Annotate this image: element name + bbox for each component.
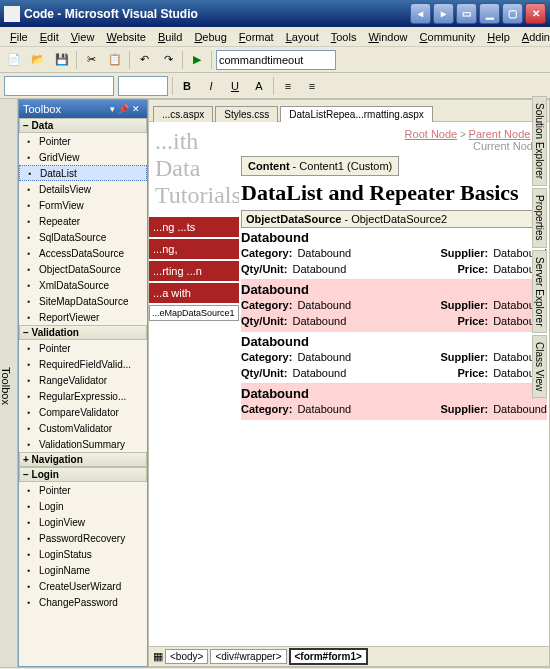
toolbox-item[interactable]: ▪SiteMapDataSource (19, 293, 147, 309)
align-left-icon[interactable]: ≡ (278, 76, 298, 96)
toolbox-item[interactable]: ▪AccessDataSource (19, 245, 147, 261)
copy-icon[interactable]: 📋 (105, 50, 125, 70)
datalist-row[interactable]: DataboundCategory: DataboundSupplier: Da… (241, 384, 547, 420)
document-tab[interactable]: ...cs.aspx (153, 106, 213, 122)
color-icon[interactable]: A (249, 76, 269, 96)
tag-path-item[interactable]: <div#wrapper> (210, 649, 286, 664)
quicklaunch-combo[interactable]: commandtimeout (216, 50, 336, 70)
toolbox-item[interactable]: ▪LoginName (19, 562, 147, 578)
toolbox-item[interactable]: ▪ValidationSummary (19, 436, 147, 452)
toolbox-item[interactable]: ▪CompareValidator (19, 404, 147, 420)
maximize-button[interactable]: ▢ (502, 3, 523, 24)
toolbox-item[interactable]: ▪ObjectDataSource (19, 261, 147, 277)
menu-addins[interactable]: Addins (516, 29, 550, 45)
menu-edit[interactable]: Edit (34, 29, 65, 45)
toolbox-item[interactable]: ▪FormView (19, 197, 147, 213)
toolbox-item[interactable]: ▪Pointer (19, 133, 147, 149)
menu-website[interactable]: Website (100, 29, 152, 45)
close-button[interactable]: ✕ (525, 3, 546, 24)
toolbox-item[interactable]: ▪DataList (19, 165, 147, 181)
cut-icon[interactable]: ✂ (81, 50, 101, 70)
datalist-row[interactable]: DataboundCategory: DataboundSupplier: Da… (241, 228, 547, 280)
win-btn-2[interactable]: ▸ (433, 3, 454, 24)
dropdown-icon[interactable]: ▾ (110, 104, 115, 114)
open-icon[interactable]: 📂 (28, 50, 48, 70)
side-tab[interactable]: Class View (532, 335, 547, 398)
design-canvas[interactable]: ...ith Data Tutorials ...ng ...ts ...ng,… (149, 122, 549, 646)
redo-icon[interactable]: ↷ (158, 50, 178, 70)
menu-window[interactable]: Window (362, 29, 413, 45)
toolbox-header: Toolbox ▾ 📌 ✕ (19, 100, 147, 118)
menu-tools[interactable]: Tools (325, 29, 363, 45)
toolbox-item[interactable]: ▪DetailsView (19, 181, 147, 197)
document-tab[interactable]: DataListRepea...rmatting.aspx (280, 106, 433, 122)
win-btn-1[interactable]: ◂ (410, 3, 431, 24)
menu-debug[interactable]: Debug (188, 29, 232, 45)
toolbox-item[interactable]: ▪CreateUserWizard (19, 578, 147, 594)
toolbox-item[interactable]: ▪ChangePassword (19, 594, 147, 610)
menu-view[interactable]: View (65, 29, 101, 45)
toolbox-autohide-tab[interactable]: Toolbox (0, 99, 18, 667)
toolbox-item[interactable]: ▪Pointer (19, 482, 147, 498)
control-icon: ▪ (22, 390, 36, 402)
control-icon: ▪ (22, 247, 36, 259)
toolbox-item[interactable]: ▪XmlDataSource (19, 277, 147, 293)
run-icon[interactable]: ▶ (187, 50, 207, 70)
control-icon: ▪ (22, 151, 36, 163)
datalist-row[interactable]: DataboundCategory: DataboundSupplier: Da… (241, 332, 547, 384)
menu-build[interactable]: Build (152, 29, 188, 45)
sitemap-ctrl[interactable]: ...eMapDataSource1 (149, 305, 239, 321)
menu-layout[interactable]: Layout (280, 29, 325, 45)
minimize-button[interactable]: ▁ (479, 3, 500, 24)
toolbox-item[interactable]: ▪GridView (19, 149, 147, 165)
side-tab[interactable]: Solution Explorer (532, 96, 547, 186)
toolbox-item[interactable]: ▪Pointer (19, 340, 147, 356)
underline-icon[interactable]: U (225, 76, 245, 96)
content-tag[interactable]: Content - Content1 (Custom) (241, 156, 399, 176)
new-icon[interactable]: 📄 (4, 50, 24, 70)
toolbox-category-login[interactable]: − Login (19, 467, 147, 482)
side-tab[interactable]: Server Explorer (532, 250, 547, 333)
toolbox-category-navigation[interactable]: + Navigation (19, 452, 147, 467)
win-btn-3[interactable]: ▭ (456, 3, 477, 24)
undo-icon[interactable]: ↶ (134, 50, 154, 70)
align-center-icon[interactable]: ≡ (302, 76, 322, 96)
bold-icon[interactable]: B (177, 76, 197, 96)
toolbox-category-validation[interactable]: − Validation (19, 325, 147, 340)
toolbox-item[interactable]: ▪RequiredFieldValid... (19, 356, 147, 372)
control-icon: ▪ (22, 484, 36, 496)
toolbox-item[interactable]: ▪ReportViewer (19, 309, 147, 325)
toolbox-item[interactable]: ▪Repeater (19, 213, 147, 229)
side-tab[interactable]: Properties (532, 188, 547, 248)
document-tab[interactable]: Styles.css (215, 106, 278, 122)
toolbox-item[interactable]: ▪Login (19, 498, 147, 514)
toolbox-item[interactable]: ▪LoginStatus (19, 546, 147, 562)
toolbox-item[interactable]: ▪CustomValidator (19, 420, 147, 436)
tag-path-item[interactable]: <form#form1> (289, 648, 368, 665)
datalist-row[interactable]: DataboundCategory: DataboundSupplier: Da… (241, 280, 547, 332)
tag-path-item[interactable]: <body> (165, 649, 208, 664)
breadcrumb-root[interactable]: Root Node (405, 128, 458, 140)
menu-community[interactable]: Community (414, 29, 482, 45)
toolbox-item[interactable]: ▪LoginView (19, 514, 147, 530)
breadcrumb-parent[interactable]: Parent Node (469, 128, 531, 140)
menu-help[interactable]: Help (481, 29, 516, 45)
italic-icon[interactable]: I (201, 76, 221, 96)
toolbox-item[interactable]: ▪PasswordRecovery (19, 530, 147, 546)
control-icon: ▪ (23, 167, 37, 179)
toolbox-item[interactable]: ▪RangeValidator (19, 372, 147, 388)
objectdatasource-tag[interactable]: ObjectDataSource - ObjectDataSource2 (241, 210, 547, 228)
toolbox-item[interactable]: ▪RegularExpressio... (19, 388, 147, 404)
design-view-icon[interactable]: ▦ (153, 650, 163, 663)
menu-file[interactable]: File (4, 29, 34, 45)
sidebar-block: ...ng ...ts (149, 217, 239, 237)
menu-format[interactable]: Format (233, 29, 280, 45)
pin-icon[interactable]: 📌 (118, 104, 129, 114)
close-icon[interactable]: ✕ (132, 104, 140, 114)
toolbox-item[interactable]: ▪SqlDataSource (19, 229, 147, 245)
save-icon[interactable]: 💾 (52, 50, 72, 70)
breadcrumb-current: Current Node (473, 140, 539, 152)
toolbox-category-data[interactable]: − Data (19, 118, 147, 133)
font-combo[interactable] (4, 76, 114, 96)
size-combo[interactable] (118, 76, 168, 96)
